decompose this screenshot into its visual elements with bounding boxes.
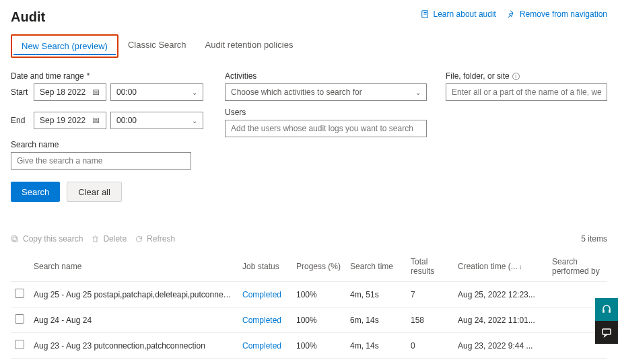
book-icon (421, 9, 430, 19)
start-date-value: Sep 18 2022 (40, 87, 85, 97)
page-title: Audit (11, 9, 45, 25)
activities-placeholder: Choose which activities to search for (231, 87, 362, 97)
clear-all-button[interactable]: Clear all (67, 182, 122, 202)
cell-search-name: Aug 23 - Aug 23 (30, 359, 238, 365)
svg-rect-1 (13, 237, 18, 242)
cell-job-status[interactable]: Completed (242, 316, 281, 325)
col-job-status[interactable]: Job status (238, 252, 292, 282)
help-float-button[interactable] (595, 298, 618, 321)
cell-search-time: 4m, 35s (346, 359, 407, 365)
cell-progress: 100% (292, 333, 346, 359)
feedback-icon (601, 327, 612, 338)
svg-rect-2 (12, 235, 17, 240)
learn-about-audit-link[interactable]: Learn about audit (421, 9, 496, 19)
cell-job-status[interactable]: Completed (242, 290, 281, 299)
trash-icon (91, 235, 100, 244)
start-label: Start (11, 87, 30, 97)
cell-progress: 100% (292, 307, 346, 333)
headset-icon (601, 304, 612, 315)
table-row[interactable]: Aug 23 - Aug 23 putconnection,patchconne… (11, 333, 607, 359)
row-checkbox[interactable] (15, 314, 24, 324)
refresh-label: Refresh (147, 234, 175, 244)
cell-search-name: Aug 25 - Aug 25 postapi,patchapi,deletea… (30, 282, 238, 307)
info-icon[interactable]: i (512, 73, 520, 80)
users-label: Users (225, 108, 427, 117)
feedback-float-button[interactable] (595, 321, 618, 344)
copy-search-button[interactable]: Copy this search (11, 234, 83, 244)
end-date-value: Sep 19 2022 (40, 116, 85, 125)
unpin-icon (507, 9, 516, 19)
chevron-down-icon: ⌄ (415, 89, 421, 96)
start-time-input[interactable]: 00:00 ⌄ (110, 83, 203, 101)
cell-search-name: Aug 23 - Aug 23 putconnection,patchconne… (30, 333, 238, 359)
cell-performed-by (548, 359, 607, 365)
end-time-input[interactable]: 00:00 ⌄ (110, 112, 203, 129)
row-checkbox[interactable] (15, 289, 24, 298)
cell-creation-time: Aug 23, 2022 8:51 ... (454, 359, 548, 365)
delete-button[interactable]: Delete (91, 234, 127, 244)
refresh-button[interactable]: Refresh (135, 234, 175, 244)
cell-search-name: Aug 24 - Aug 24 (30, 307, 238, 333)
table-row[interactable]: Aug 24 - Aug 24Completed100%6m, 14s158Au… (11, 307, 607, 333)
copy-label: Copy this search (23, 234, 83, 244)
start-time-value: 00:00 (116, 87, 137, 97)
col-progress[interactable]: Progess (%) (292, 252, 346, 282)
cell-total: 7 (407, 282, 454, 307)
remove-from-nav-link[interactable]: Remove from navigation (507, 9, 607, 19)
tab-new-search[interactable]: New Search (preview) (11, 34, 118, 58)
learn-link-label: Learn about audit (434, 9, 496, 19)
col-total-results[interactable]: Total results (407, 252, 454, 282)
remove-link-label: Remove from navigation (520, 9, 607, 19)
users-input[interactable] (225, 120, 427, 137)
cell-job-status[interactable]: Completed (242, 341, 281, 351)
col-performed-by[interactable]: Search performed by (548, 252, 607, 282)
items-count: 5 items (581, 234, 607, 244)
calendar-icon: 📅︎ (92, 87, 100, 97)
col-search-name[interactable]: Search name (30, 252, 238, 282)
results-table: Search name Job status Progess (%) Searc… (11, 252, 607, 364)
col-search-time[interactable]: Search time (346, 252, 407, 282)
chevron-down-icon: ⌄ (192, 117, 197, 124)
file-input[interactable] (446, 83, 607, 101)
cell-search-time: 6m, 14s (346, 307, 407, 333)
cell-progress: 100% (292, 359, 346, 365)
table-row[interactable]: Aug 25 - Aug 25 postapi,patchapi,deletea… (11, 282, 607, 307)
end-date-input[interactable]: Sep 19 2022 📅︎ (34, 112, 106, 129)
cell-progress: 100% (292, 282, 346, 307)
cell-creation-time: Aug 25, 2022 12:23... (454, 282, 548, 307)
tab-retention-policies[interactable]: Audit retention policies (196, 34, 303, 58)
cell-total: 0 (407, 333, 454, 359)
refresh-icon (135, 235, 143, 244)
search-name-label: Search name (11, 140, 206, 149)
row-checkbox[interactable] (15, 340, 24, 349)
tab-classic-search[interactable]: Classic Search (118, 34, 196, 58)
activities-label: Activities (225, 71, 427, 81)
search-button[interactable]: Search (11, 182, 60, 202)
file-label: File, folder, or site i (446, 71, 607, 81)
cell-search-time: 4m, 14s (346, 333, 407, 359)
cell-creation-time: Aug 23, 2022 9:44 ... (454, 333, 548, 359)
col-creation-time[interactable]: Creation time (...↓ (454, 252, 548, 282)
cell-search-time: 4m, 51s (346, 282, 407, 307)
table-row[interactable]: Aug 23 - Aug 23Completed100%4m, 35s19Aug… (11, 359, 607, 365)
tab-bar: New Search (preview) Classic Search Audi… (11, 34, 607, 58)
date-range-label: Date and time range (11, 71, 206, 81)
activities-select[interactable]: Choose which activities to search for ⌄ (225, 83, 427, 101)
cell-total: 19 (407, 359, 454, 365)
end-time-value: 00:00 (116, 116, 137, 125)
copy-icon (11, 235, 20, 244)
svg-rect-3 (603, 329, 611, 334)
chevron-down-icon: ⌄ (192, 89, 197, 96)
calendar-icon: 📅︎ (92, 116, 100, 125)
end-label: End (11, 116, 30, 125)
cell-creation-time: Aug 24, 2022 11:01... (454, 307, 548, 333)
sort-desc-icon: ↓ (519, 263, 522, 270)
delete-label: Delete (103, 234, 127, 244)
start-date-input[interactable]: Sep 18 2022 📅︎ (34, 83, 106, 101)
search-name-input[interactable] (11, 152, 191, 170)
cell-total: 158 (407, 307, 454, 333)
